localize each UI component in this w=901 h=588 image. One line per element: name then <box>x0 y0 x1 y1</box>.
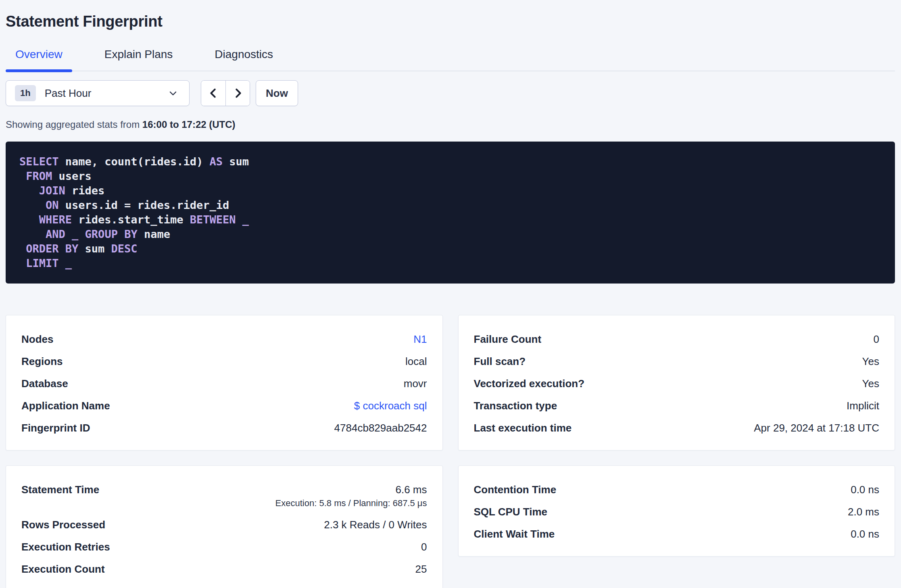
info-row-value-wrap: movr <box>404 377 427 390</box>
sql-text: users <box>52 170 92 182</box>
sql-text <box>19 257 26 269</box>
info-row-link[interactable]: N1 <box>413 333 427 345</box>
prev-interval-button[interactable] <box>201 81 225 106</box>
sql-statement-text: SELECT name, count(rides.id) AS sum FROM… <box>19 154 881 271</box>
info-row-value: 2.3 k Reads / 0 Writes <box>324 519 427 531</box>
info-row-value-wrap: N1 <box>413 333 427 345</box>
info-row-value-wrap: 6.6 msExecution: 5.8 ms / Planning: 687.… <box>275 484 427 509</box>
sql-text <box>78 228 85 240</box>
sql-keyword: ORDER BY <box>26 242 78 255</box>
sql-text: sum <box>223 155 249 168</box>
sql-keyword: LIMIT <box>26 257 58 269</box>
summary-cards-grid: NodesN1RegionslocalDatabasemovrApplicati… <box>6 315 895 588</box>
info-row: SQL CPU Time2.0 ms <box>474 506 880 518</box>
info-row-label: Database <box>21 377 80 390</box>
tab-diagnostics[interactable]: Diagnostics <box>205 48 283 71</box>
info-row-subvalue: Execution: 5.8 ms / Planning: 687.5 μs <box>275 498 427 509</box>
info-row: Fingerprint ID4784cb829aab2542 <box>21 422 427 434</box>
sql-line: FROM users <box>19 169 881 183</box>
time-interval-arrows <box>201 80 250 106</box>
info-row-label: Last execution time <box>474 422 584 434</box>
sql-keyword: JOIN <box>39 184 65 197</box>
sql-keyword: SELECT <box>19 155 59 168</box>
info-row-label: Rows Processed <box>21 519 117 531</box>
sql-line: JOIN rides <box>19 183 881 198</box>
sql-line: ORDER BY sum DESC <box>19 242 881 256</box>
sql-keyword: WHERE <box>39 213 72 226</box>
info-row: NodesN1 <box>21 333 427 345</box>
info-row-link[interactable]: $ cockroach sql <box>354 400 427 412</box>
time-range-dropdown[interactable]: 1h Past Hour <box>6 80 190 106</box>
info-row-value: 4784cb829aab2542 <box>334 422 427 434</box>
sql-line: AND _ GROUP BY name <box>19 227 881 242</box>
sql-keyword: AS <box>209 155 223 168</box>
tab-overview[interactable]: Overview <box>6 48 72 71</box>
sql-line: LIMIT _ <box>19 256 881 271</box>
info-row-value-wrap: 0 <box>421 541 427 553</box>
sql-text <box>19 170 26 182</box>
info-row-value: Yes <box>862 355 879 367</box>
info-row: Application Name$ cockroach sql <box>21 400 427 412</box>
info-row-label: Application Name <box>21 400 122 412</box>
info-row-value-wrap: Yes <box>862 377 879 390</box>
sql-text: users.id = rides.rider_id <box>59 199 229 211</box>
sql-text <box>236 213 242 226</box>
info-row-value-wrap: 25 <box>415 563 427 575</box>
sql-text <box>65 228 72 240</box>
info-row-value-wrap: 0 <box>874 333 879 345</box>
info-row: Execution Count25 <box>21 563 427 575</box>
sql-text: rides <box>65 184 105 197</box>
info-row-label: Full scan? <box>474 355 538 367</box>
tab-explain-plans[interactable]: Explain Plans <box>95 48 183 71</box>
info-row-value: 0 <box>421 541 427 553</box>
sql-keyword: GROUP BY <box>85 228 138 240</box>
info-row-value: local <box>405 355 427 367</box>
info-row-value-wrap: Implicit <box>847 400 879 412</box>
sql-keyword: ON <box>46 199 59 211</box>
now-button[interactable]: Now <box>256 80 298 106</box>
info-row-value: 6.6 ms <box>395 484 427 496</box>
sql-keyword: FROM <box>26 170 52 182</box>
sql-line: WHERE rides.start_time BETWEEN _ <box>19 213 881 227</box>
chevron-down-icon <box>167 88 179 99</box>
info-row-value-wrap: $ cockroach sql <box>354 400 427 412</box>
info-row-value-wrap: local <box>405 355 427 367</box>
info-row-value: 25 <box>415 563 427 575</box>
info-row: Regionslocal <box>21 355 427 367</box>
info-row: Statement Time6.6 msExecution: 5.8 ms / … <box>21 484 427 509</box>
sql-statement-box: SELECT name, count(rides.id) AS sum FROM… <box>6 142 895 284</box>
info-row-value-wrap: 0.0 ns <box>851 484 879 496</box>
tab-bar: Overview Explain Plans Diagnostics <box>6 48 895 71</box>
sql-text: rides.start_time <box>72 213 190 226</box>
sql-text: name <box>138 228 170 240</box>
next-interval-button[interactable] <box>225 81 250 106</box>
info-row-label: Regions <box>21 355 75 367</box>
info-row: Contention Time0.0 ns <box>474 484 880 496</box>
info-row-label: Transaction type <box>474 400 569 412</box>
info-row-label: Execution Count <box>21 563 117 575</box>
sql-text <box>19 213 39 226</box>
info-row-value-wrap: 4784cb829aab2542 <box>334 422 427 434</box>
sql-keyword: _ <box>72 228 78 240</box>
sql-text <box>19 242 26 255</box>
sql-text <box>19 228 46 240</box>
info-row-label: SQL CPU Time <box>474 506 560 518</box>
aggregated-stats-prefix: Showing aggregated stats from <box>6 119 142 130</box>
time-stats-card: Contention Time0.0 nsSQL CPU Time2.0 msC… <box>458 465 895 557</box>
info-row: Databasemovr <box>21 377 427 390</box>
info-row-value-wrap: 2.3 k Reads / 0 Writes <box>324 519 427 531</box>
chevron-right-icon <box>232 87 244 99</box>
info-row: Failure Count0 <box>474 333 880 345</box>
info-row: Rows Processed2.3 k Reads / 0 Writes <box>21 519 427 531</box>
info-row-value: 0 <box>874 333 879 345</box>
info-row-label: Statement Time <box>21 484 111 496</box>
sql-line: ON users.id = rides.rider_id <box>19 198 881 213</box>
execution-attributes-card: Failure Count0Full scan?YesVectorized ex… <box>458 315 895 450</box>
time-picker-row: 1h Past Hour Now <box>6 80 895 106</box>
info-row-label: Execution Retries <box>21 541 122 553</box>
chevron-left-icon <box>207 87 219 99</box>
info-row-value: Implicit <box>847 400 879 412</box>
info-row-label: Contention Time <box>474 484 569 496</box>
info-row-value: 0.0 ns <box>851 484 879 496</box>
page-title: Statement Fingerprint <box>6 13 895 30</box>
